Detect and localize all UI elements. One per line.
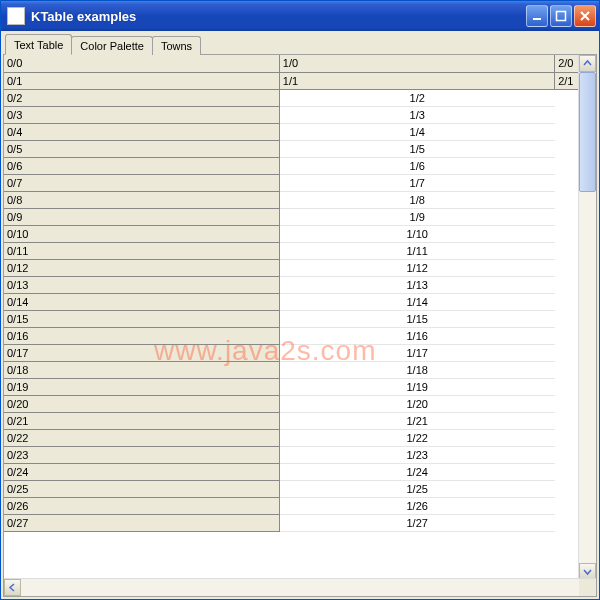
data-cell[interactable]: 1/18 xyxy=(279,361,554,378)
data-cell[interactable]: 1/8 xyxy=(279,191,554,208)
row-header-cell[interactable]: 0/10 xyxy=(4,225,279,242)
data-cell[interactable]: 1/23 xyxy=(279,446,554,463)
data-cell[interactable]: 1/24 xyxy=(279,463,554,480)
row-header-cell[interactable]: 0/9 xyxy=(4,208,279,225)
data-cell[interactable]: 2/1 xyxy=(555,72,579,89)
table-row[interactable]: 0/261/26 xyxy=(4,497,579,514)
data-cell[interactable]: 1/15 xyxy=(279,310,554,327)
table-row[interactable]: 0/71/7 xyxy=(4,174,579,191)
table-row[interactable]: 0/171/17 xyxy=(4,344,579,361)
row-header-cell[interactable]: 0/23 xyxy=(4,446,279,463)
row-header-cell[interactable]: 0/1 xyxy=(4,72,279,89)
table-row[interactable]: 0/121/12 xyxy=(4,259,579,276)
data-cell[interactable]: 1/4 xyxy=(279,123,554,140)
row-header-cell[interactable]: 0/12 xyxy=(4,259,279,276)
row-header-cell[interactable]: 0/4 xyxy=(4,123,279,140)
table-row[interactable]: 0/251/25 xyxy=(4,480,579,497)
data-cell[interactable]: 1/20 xyxy=(279,395,554,412)
data-cell[interactable]: 1/13 xyxy=(279,276,554,293)
data-cell[interactable]: 1/3 xyxy=(279,106,554,123)
row-header-cell[interactable]: 0/26 xyxy=(4,497,279,514)
table-row[interactable]: 0/211/21 xyxy=(4,412,579,429)
table-row[interactable]: 0/41/4 xyxy=(4,123,579,140)
row-header-cell[interactable]: 0/22 xyxy=(4,429,279,446)
table-row[interactable]: 0/21/2 xyxy=(4,89,579,106)
row-header-cell[interactable]: 0/5 xyxy=(4,140,279,157)
row-header-cell[interactable]: 0/0 xyxy=(4,55,279,72)
scroll-left-button[interactable] xyxy=(4,579,21,596)
data-cell[interactable]: 1/25 xyxy=(279,480,554,497)
data-cell[interactable]: 1/16 xyxy=(279,327,554,344)
data-cell[interactable]: 1/11 xyxy=(279,242,554,259)
row-header-cell[interactable]: 0/27 xyxy=(4,514,279,531)
data-cell[interactable]: 1/17 xyxy=(279,344,554,361)
table-row[interactable]: 0/51/5 xyxy=(4,140,579,157)
tab-text-table[interactable]: Text Table xyxy=(5,34,72,55)
row-header-cell[interactable]: 0/6 xyxy=(4,157,279,174)
table-row[interactable]: 0/141/14 xyxy=(4,293,579,310)
horizontal-scrollbar[interactable] xyxy=(4,578,596,596)
close-button[interactable] xyxy=(574,5,596,27)
table-row[interactable]: 0/11/12/1 xyxy=(4,72,579,89)
table-row[interactable]: 0/31/3 xyxy=(4,106,579,123)
table-row[interactable]: 0/151/15 xyxy=(4,310,579,327)
table-row[interactable]: 0/91/9 xyxy=(4,208,579,225)
table-row[interactable]: 0/131/13 xyxy=(4,276,579,293)
tab-towns[interactable]: Towns xyxy=(152,36,201,55)
data-cell[interactable]: 1/21 xyxy=(279,412,554,429)
row-header-cell[interactable]: 0/24 xyxy=(4,463,279,480)
vertical-scrollbar[interactable] xyxy=(578,55,596,580)
table-row[interactable]: 0/191/19 xyxy=(4,378,579,395)
table-row[interactable]: 0/221/22 xyxy=(4,429,579,446)
data-cell[interactable]: 1/2 xyxy=(279,89,554,106)
hscroll-track[interactable] xyxy=(21,579,579,596)
row-header-cell[interactable]: 0/20 xyxy=(4,395,279,412)
data-cell[interactable]: 1/7 xyxy=(279,174,554,191)
row-header-cell[interactable]: 0/7 xyxy=(4,174,279,191)
row-header-cell[interactable]: 0/16 xyxy=(4,327,279,344)
data-cell[interactable]: 1/6 xyxy=(279,157,554,174)
data-cell[interactable]: 1/27 xyxy=(279,514,554,531)
row-header-cell[interactable]: 0/18 xyxy=(4,361,279,378)
row-header-cell[interactable]: 0/15 xyxy=(4,310,279,327)
table-row[interactable]: 0/181/18 xyxy=(4,361,579,378)
row-header-cell[interactable]: 0/13 xyxy=(4,276,279,293)
table-grid[interactable]: 0/01/02/00/11/12/10/21/20/31/30/41/40/51… xyxy=(4,55,596,596)
row-header-cell[interactable]: 0/11 xyxy=(4,242,279,259)
table-row[interactable]: 0/271/27 xyxy=(4,514,579,531)
scroll-up-button[interactable] xyxy=(579,55,596,72)
table-row[interactable]: 0/231/23 xyxy=(4,446,579,463)
row-header-cell[interactable]: 0/14 xyxy=(4,293,279,310)
row-header-cell[interactable]: 0/25 xyxy=(4,480,279,497)
row-header-cell[interactable]: 0/2 xyxy=(4,89,279,106)
data-cell[interactable]: 1/12 xyxy=(279,259,554,276)
data-cell[interactable]: 1/26 xyxy=(279,497,554,514)
table-row[interactable]: 0/101/10 xyxy=(4,225,579,242)
data-cell[interactable]: 1/1 xyxy=(279,72,554,89)
row-header-cell[interactable]: 0/3 xyxy=(4,106,279,123)
data-cell[interactable]: 1/10 xyxy=(279,225,554,242)
table-row[interactable]: 0/201/20 xyxy=(4,395,579,412)
table-row[interactable]: 0/161/16 xyxy=(4,327,579,344)
data-cell[interactable]: 1/19 xyxy=(279,378,554,395)
table-row[interactable]: 0/241/24 xyxy=(4,463,579,480)
row-header-cell[interactable]: 0/19 xyxy=(4,378,279,395)
row-header-cell[interactable]: 0/21 xyxy=(4,412,279,429)
table-row[interactable]: 0/81/8 xyxy=(4,191,579,208)
table-row[interactable]: 0/111/11 xyxy=(4,242,579,259)
row-header-cell[interactable]: 0/17 xyxy=(4,344,279,361)
data-cell[interactable]: 2/0 xyxy=(555,55,579,72)
title-bar[interactable]: KTable examples xyxy=(1,1,599,31)
row-header-cell[interactable]: 0/8 xyxy=(4,191,279,208)
maximize-button[interactable] xyxy=(550,5,572,27)
data-cell[interactable]: 1/22 xyxy=(279,429,554,446)
vscroll-thumb[interactable] xyxy=(579,72,596,192)
table-row[interactable]: 0/01/02/0 xyxy=(4,55,579,72)
data-cell[interactable]: 1/14 xyxy=(279,293,554,310)
data-cell[interactable]: 1/9 xyxy=(279,208,554,225)
data-cell[interactable]: 1/5 xyxy=(279,140,554,157)
table-row[interactable]: 0/61/6 xyxy=(4,157,579,174)
tab-color-palette[interactable]: Color Palette xyxy=(71,36,153,55)
data-cell[interactable]: 1/0 xyxy=(279,55,554,72)
minimize-button[interactable] xyxy=(526,5,548,27)
